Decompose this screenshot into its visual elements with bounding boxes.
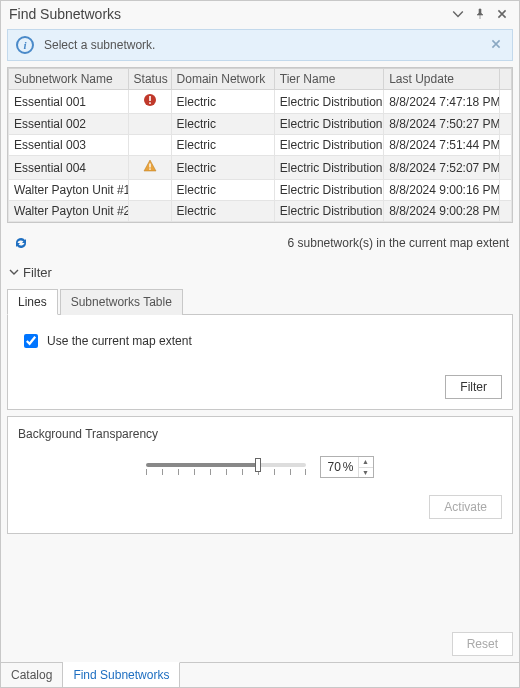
reset-row: Reset bbox=[1, 628, 519, 662]
transparency-slider[interactable] bbox=[146, 455, 306, 479]
reset-button[interactable]: Reset bbox=[452, 632, 513, 656]
svg-rect-2 bbox=[149, 102, 151, 104]
cell-scroll bbox=[499, 114, 511, 135]
info-message: Select a subnetwork. bbox=[44, 38, 488, 52]
tab-subnetworks-table[interactable]: Subnetworks Table bbox=[60, 289, 183, 315]
cell-name: Essential 003 bbox=[9, 135, 129, 156]
cell-domain: Electric bbox=[171, 114, 274, 135]
info-bar: i Select a subnetwork. bbox=[7, 29, 513, 61]
chevron-down-icon bbox=[9, 265, 19, 280]
table-row[interactable]: Essential 001ElectricElectric Distributi… bbox=[9, 90, 512, 114]
tab-lines[interactable]: Lines bbox=[7, 289, 58, 315]
col-header-status[interactable]: Status bbox=[128, 69, 171, 90]
use-extent-checkbox[interactable] bbox=[24, 334, 38, 348]
cell-update: 8/8/2024 7:51:44 PM bbox=[384, 135, 500, 156]
percent-sign: % bbox=[343, 460, 354, 474]
info-close-button[interactable] bbox=[488, 37, 504, 53]
subnetworks-table: Subnetwork Name Status Domain Network Ti… bbox=[7, 67, 513, 223]
filter-lines-pane: Use the current map extent Filter bbox=[7, 314, 513, 410]
spinner-down[interactable]: ▼ bbox=[359, 468, 373, 478]
cell-scroll bbox=[499, 201, 511, 222]
close-icon bbox=[490, 38, 502, 50]
pin-button[interactable] bbox=[471, 5, 489, 23]
extent-count-label: 6 subnetwork(s) in the current map exten… bbox=[288, 236, 509, 250]
transparency-value: 70 bbox=[327, 460, 340, 474]
spinner-up[interactable]: ▲ bbox=[359, 457, 373, 468]
transparency-label: Background Transparency bbox=[18, 427, 502, 441]
table-row[interactable]: Essential 003ElectricElectric Distributi… bbox=[9, 135, 512, 156]
cell-name: Essential 001 bbox=[9, 90, 129, 114]
cell-status bbox=[128, 114, 171, 135]
cell-domain: Electric bbox=[171, 135, 274, 156]
chevron-down-icon bbox=[452, 8, 464, 20]
content-area: Subnetwork Name Status Domain Network Ti… bbox=[1, 67, 519, 628]
col-header-scroll bbox=[499, 69, 511, 90]
table-row[interactable]: Walter Payton Unit #1ElectricElectric Di… bbox=[9, 180, 512, 201]
close-panel-button[interactable] bbox=[493, 5, 511, 23]
filter-section-toggle[interactable]: Filter bbox=[7, 263, 513, 282]
table-footer: 6 subnetwork(s) in the current map exten… bbox=[7, 229, 513, 257]
cell-tier: Electric Distribution bbox=[274, 156, 383, 180]
cell-update: 8/8/2024 7:52:07 PM bbox=[384, 156, 500, 180]
titlebar: Find Subnetworks bbox=[1, 1, 519, 27]
refresh-icon bbox=[13, 235, 29, 251]
filter-tabs: Lines Subnetworks Table bbox=[7, 288, 513, 315]
cell-name: Essential 004 bbox=[9, 156, 129, 180]
cell-name: Walter Payton Unit #1 bbox=[9, 180, 129, 201]
slider-thumb[interactable] bbox=[255, 458, 261, 472]
cell-domain: Electric bbox=[171, 90, 274, 114]
col-header-name[interactable]: Subnetwork Name bbox=[9, 69, 129, 90]
cell-status bbox=[128, 90, 171, 114]
table-header-row: Subnetwork Name Status Domain Network Ti… bbox=[9, 69, 512, 90]
panel-title: Find Subnetworks bbox=[9, 6, 445, 22]
table-row[interactable]: Essential 004ElectricElectric Distributi… bbox=[9, 156, 512, 180]
cell-update: 8/8/2024 9:00:16 PM bbox=[384, 180, 500, 201]
svg-rect-3 bbox=[149, 164, 150, 168]
cell-domain: Electric bbox=[171, 201, 274, 222]
filter-button[interactable]: Filter bbox=[445, 375, 502, 399]
activate-button[interactable]: Activate bbox=[429, 495, 502, 519]
bottom-tabstrip: Catalog Find Subnetworks bbox=[1, 662, 519, 687]
pin-icon bbox=[474, 8, 486, 20]
col-header-tier[interactable]: Tier Name bbox=[274, 69, 383, 90]
use-extent-row[interactable]: Use the current map extent bbox=[20, 331, 502, 351]
cell-name: Walter Payton Unit #2 bbox=[9, 201, 129, 222]
cell-tier: Electric Distribution bbox=[274, 90, 383, 114]
cell-status bbox=[128, 156, 171, 180]
cell-status bbox=[128, 201, 171, 222]
warning-icon bbox=[143, 159, 157, 173]
refresh-button[interactable] bbox=[11, 233, 31, 253]
cell-scroll bbox=[499, 90, 511, 114]
svg-rect-4 bbox=[149, 168, 150, 169]
cell-update: 8/8/2024 7:47:18 PM bbox=[384, 90, 500, 114]
table-row[interactable]: Essential 002ElectricElectric Distributi… bbox=[9, 114, 512, 135]
bottom-tab-catalog[interactable]: Catalog bbox=[1, 663, 63, 687]
cell-name: Essential 002 bbox=[9, 114, 129, 135]
transparency-spinner[interactable]: 70 % ▲ ▼ bbox=[320, 456, 373, 478]
cell-update: 8/8/2024 7:50:27 PM bbox=[384, 114, 500, 135]
cell-scroll bbox=[499, 156, 511, 180]
cell-status bbox=[128, 135, 171, 156]
cell-update: 8/8/2024 9:00:28 PM bbox=[384, 201, 500, 222]
close-icon bbox=[496, 8, 508, 20]
svg-rect-1 bbox=[149, 96, 151, 101]
transparency-box: Background Transparency 70 % ▲ bbox=[7, 416, 513, 534]
use-extent-label: Use the current map extent bbox=[47, 334, 192, 348]
cell-tier: Electric Distribution bbox=[274, 180, 383, 201]
collapse-button[interactable] bbox=[449, 5, 467, 23]
info-icon: i bbox=[16, 36, 34, 54]
col-header-domain[interactable]: Domain Network bbox=[171, 69, 274, 90]
cell-tier: Electric Distribution bbox=[274, 135, 383, 156]
cell-tier: Electric Distribution bbox=[274, 114, 383, 135]
alert-icon bbox=[143, 93, 157, 107]
cell-domain: Electric bbox=[171, 156, 274, 180]
bottom-tab-find-subnetworks[interactable]: Find Subnetworks bbox=[63, 662, 180, 687]
col-header-update[interactable]: Last Update bbox=[384, 69, 500, 90]
cell-scroll bbox=[499, 135, 511, 156]
cell-scroll bbox=[499, 180, 511, 201]
find-subnetworks-panel: Find Subnetworks i Select a subnetwork. bbox=[0, 0, 520, 688]
table-row[interactable]: Walter Payton Unit #2ElectricElectric Di… bbox=[9, 201, 512, 222]
cell-domain: Electric bbox=[171, 180, 274, 201]
cell-status bbox=[128, 180, 171, 201]
filter-section-label: Filter bbox=[23, 265, 52, 280]
